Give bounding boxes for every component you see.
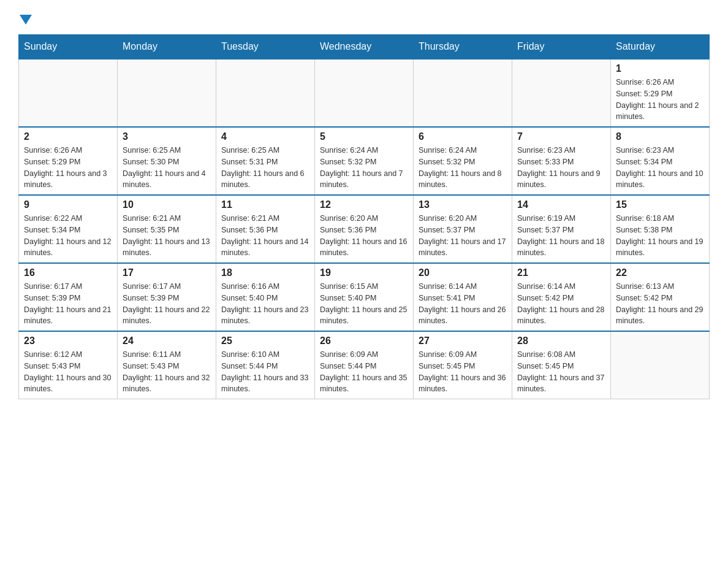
day-info: Sunrise: 6:09 AMSunset: 5:45 PMDaylight:…: [419, 349, 507, 395]
daylight-text: Daylight: 11 hours and 23 minutes.: [221, 304, 309, 327]
day-number: 13: [419, 199, 507, 210]
sunrise-text: Sunrise: 6:22 AM: [24, 213, 112, 224]
daylight-text: Daylight: 11 hours and 21 minutes.: [24, 304, 112, 327]
sunset-text: Sunset: 5:43 PM: [24, 361, 112, 372]
day-number: 14: [517, 199, 605, 210]
sunset-text: Sunset: 5:42 PM: [616, 293, 704, 304]
day-info: Sunrise: 6:26 AMSunset: 5:29 PMDaylight:…: [616, 77, 704, 123]
day-number: 23: [24, 335, 112, 347]
sunrise-text: Sunrise: 6:17 AM: [123, 281, 211, 293]
daylight-text: Daylight: 11 hours and 35 minutes.: [320, 372, 408, 396]
sunrise-text: Sunrise: 6:13 AM: [616, 281, 704, 293]
day-number: 21: [517, 267, 605, 278]
daylight-text: Daylight: 11 hours and 8 minutes.: [419, 168, 507, 191]
daylight-text: Daylight: 11 hours and 18 minutes.: [517, 236, 605, 259]
sunrise-text: Sunrise: 6:21 AM: [123, 213, 211, 224]
calendar-cell: 11Sunrise: 6:21 AMSunset: 5:36 PMDayligh…: [216, 195, 315, 263]
sunrise-text: Sunrise: 6:20 AM: [320, 213, 408, 224]
calendar-cell: 23Sunrise: 6:12 AMSunset: 5:43 PMDayligh…: [19, 331, 118, 399]
calendar-cell: [216, 59, 315, 127]
sunrise-text: Sunrise: 6:15 AM: [320, 281, 408, 293]
week-row-3: 9Sunrise: 6:22 AMSunset: 5:34 PMDaylight…: [19, 195, 710, 263]
sunset-text: Sunset: 5:37 PM: [517, 224, 605, 236]
daylight-text: Daylight: 11 hours and 12 minutes.: [24, 236, 112, 259]
sunset-text: Sunset: 5:32 PM: [320, 156, 408, 168]
day-number: 7: [517, 131, 605, 142]
column-header-monday: Monday: [118, 35, 216, 59]
sunset-text: Sunset: 5:42 PM: [517, 293, 605, 304]
day-number: 12: [320, 199, 408, 210]
daylight-text: Daylight: 11 hours and 26 minutes.: [419, 304, 507, 327]
week-row-5: 23Sunrise: 6:12 AMSunset: 5:43 PMDayligh…: [19, 331, 710, 399]
day-number: 5: [320, 131, 408, 142]
sunset-text: Sunset: 5:30 PM: [123, 156, 211, 168]
week-row-4: 16Sunrise: 6:17 AMSunset: 5:39 PMDayligh…: [19, 263, 710, 331]
calendar-cell: 15Sunrise: 6:18 AMSunset: 5:38 PMDayligh…: [611, 195, 710, 263]
day-info: Sunrise: 6:25 AMSunset: 5:31 PMDaylight:…: [221, 145, 309, 191]
daylight-text: Daylight: 11 hours and 4 minutes.: [123, 168, 211, 191]
daylight-text: Daylight: 11 hours and 22 minutes.: [123, 304, 211, 327]
column-header-saturday: Saturday: [611, 35, 710, 59]
sunrise-text: Sunrise: 6:18 AM: [616, 213, 704, 224]
column-header-friday: Friday: [512, 35, 611, 59]
daylight-text: Daylight: 11 hours and 25 minutes.: [320, 304, 408, 327]
day-info: Sunrise: 6:16 AMSunset: 5:40 PMDaylight:…: [221, 281, 309, 327]
day-info: Sunrise: 6:23 AMSunset: 5:34 PMDaylight:…: [616, 145, 704, 191]
daylight-text: Daylight: 11 hours and 17 minutes.: [419, 236, 507, 259]
daylight-text: Daylight: 11 hours and 29 minutes.: [616, 304, 704, 327]
day-number: 10: [123, 199, 211, 210]
sunset-text: Sunset: 5:34 PM: [24, 224, 112, 236]
day-number: 25: [221, 335, 309, 347]
daylight-text: Daylight: 11 hours and 32 minutes.: [123, 372, 211, 396]
calendar-cell: 6Sunrise: 6:24 AMSunset: 5:32 PMDaylight…: [414, 127, 512, 195]
calendar-cell: 19Sunrise: 6:15 AMSunset: 5:40 PMDayligh…: [315, 263, 414, 331]
day-info: Sunrise: 6:20 AMSunset: 5:37 PMDaylight:…: [419, 213, 507, 259]
sunrise-text: Sunrise: 6:17 AM: [24, 281, 112, 293]
calendar-cell: 21Sunrise: 6:14 AMSunset: 5:42 PMDayligh…: [512, 263, 611, 331]
sunset-text: Sunset: 5:44 PM: [320, 361, 408, 372]
sunset-text: Sunset: 5:41 PM: [419, 293, 507, 304]
logo-arrow-icon: [20, 15, 32, 25]
daylight-text: Daylight: 11 hours and 28 minutes.: [517, 304, 605, 327]
day-number: 8: [616, 131, 704, 142]
calendar-header-row: SundayMondayTuesdayWednesdayThursdayFrid…: [19, 35, 710, 59]
logo: [18, 12, 32, 22]
sunrise-text: Sunrise: 6:23 AM: [517, 145, 605, 156]
day-info: Sunrise: 6:11 AMSunset: 5:43 PMDaylight:…: [123, 349, 211, 395]
sunrise-text: Sunrise: 6:24 AM: [419, 145, 507, 156]
day-number: 6: [419, 131, 507, 142]
calendar-cell: 26Sunrise: 6:09 AMSunset: 5:44 PMDayligh…: [315, 331, 414, 399]
day-number: 28: [517, 335, 605, 347]
calendar-cell: 12Sunrise: 6:20 AMSunset: 5:36 PMDayligh…: [315, 195, 414, 263]
sunrise-text: Sunrise: 6:08 AM: [517, 349, 605, 361]
day-number: 9: [24, 199, 112, 210]
sunset-text: Sunset: 5:29 PM: [24, 156, 112, 168]
day-info: Sunrise: 6:17 AMSunset: 5:39 PMDaylight:…: [24, 281, 112, 327]
sunset-text: Sunset: 5:35 PM: [123, 224, 211, 236]
day-number: 19: [320, 267, 408, 278]
sunrise-text: Sunrise: 6:14 AM: [419, 281, 507, 293]
column-header-sunday: Sunday: [19, 35, 118, 59]
day-info: Sunrise: 6:13 AMSunset: 5:42 PMDaylight:…: [616, 281, 704, 327]
day-number: 16: [24, 267, 112, 278]
calendar-cell: [512, 59, 611, 127]
day-number: 15: [616, 199, 704, 210]
daylight-text: Daylight: 11 hours and 10 minutes.: [616, 168, 704, 191]
column-header-thursday: Thursday: [414, 35, 512, 59]
day-info: Sunrise: 6:10 AMSunset: 5:44 PMDaylight:…: [221, 349, 309, 395]
daylight-text: Daylight: 11 hours and 16 minutes.: [320, 236, 408, 259]
calendar-cell: 20Sunrise: 6:14 AMSunset: 5:41 PMDayligh…: [414, 263, 512, 331]
calendar-cell: 17Sunrise: 6:17 AMSunset: 5:39 PMDayligh…: [118, 263, 216, 331]
sunrise-text: Sunrise: 6:25 AM: [221, 145, 309, 156]
sunrise-text: Sunrise: 6:26 AM: [616, 77, 704, 88]
calendar-cell: 3Sunrise: 6:25 AMSunset: 5:30 PMDaylight…: [118, 127, 216, 195]
calendar-cell: [414, 59, 512, 127]
day-number: 3: [123, 131, 211, 142]
sunset-text: Sunset: 5:45 PM: [419, 361, 507, 372]
week-row-1: 1Sunrise: 6:26 AMSunset: 5:29 PMDaylight…: [19, 59, 710, 127]
logo-general: [18, 12, 32, 25]
day-number: 17: [123, 267, 211, 278]
day-info: Sunrise: 6:09 AMSunset: 5:44 PMDaylight:…: [320, 349, 408, 395]
sunset-text: Sunset: 5:38 PM: [616, 224, 704, 236]
calendar-cell: 14Sunrise: 6:19 AMSunset: 5:37 PMDayligh…: [512, 195, 611, 263]
